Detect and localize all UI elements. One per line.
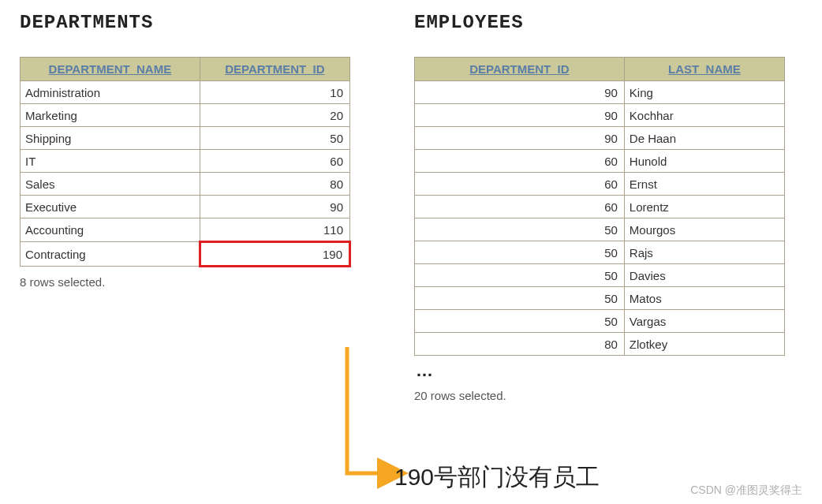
emp-last-name-cell: Matos: [624, 287, 784, 310]
dept-name-cell: Executive: [21, 196, 200, 218]
table-row: Sales80: [21, 173, 350, 196]
departments-footer: 8 rows selected.: [20, 275, 351, 289]
dept-id-cell: 90: [200, 196, 349, 218]
dept-name-cell: Shipping: [21, 127, 200, 150]
watermark: CSDN @准图灵奖得主: [690, 483, 802, 498]
table-row: 50Vargas: [415, 310, 785, 333]
table-row: 50Matos: [415, 287, 785, 310]
annotation-arrow: 190号部门没有员工: [237, 347, 789, 497]
emp-last-name-cell: Vargas: [624, 310, 784, 333]
departments-table: DEPARTMENT_NAME DEPARTMENT_ID Administra…: [20, 57, 351, 267]
emp-dept-id-cell: 50: [415, 241, 625, 264]
employees-column: EMPLOYEES DEPARTMENT_ID LAST_NAME 90King…: [414, 12, 785, 402]
emp-dept-id-cell: 60: [415, 150, 625, 173]
table-row: 90King: [415, 81, 785, 104]
emp-dept-id-cell: 90: [415, 127, 625, 150]
emp-last-name-cell: De Haan: [624, 127, 784, 150]
dept-id-cell: 60: [200, 150, 349, 173]
emp-dept-id-cell: 60: [415, 173, 625, 196]
departments-header-row: DEPARTMENT_NAME DEPARTMENT_ID: [21, 58, 350, 81]
table-row: Contracting190: [21, 242, 350, 267]
dept-name-cell: IT: [21, 150, 200, 173]
table-row: Marketing20: [21, 104, 350, 127]
emp-last-name-cell: Hunold: [624, 150, 784, 173]
table-row: 50Davies: [415, 264, 785, 287]
table-row: 60Lorentz: [415, 196, 785, 218]
emp-dept-id-cell: 50: [415, 310, 625, 333]
dept-id-header: DEPARTMENT_ID: [200, 58, 349, 81]
departments-column: DEPARTMENTS DEPARTMENT_NAME DEPARTMENT_I…: [20, 12, 351, 402]
emp-last-name-cell: King: [624, 81, 784, 104]
employees-title: EMPLOYEES: [414, 12, 785, 33]
employees-header-row: DEPARTMENT_ID LAST_NAME: [415, 58, 785, 81]
table-row: Accounting110: [21, 218, 350, 242]
table-row: 60Hunold: [415, 150, 785, 173]
departments-title: DEPARTMENTS: [20, 12, 351, 33]
emp-dept-id-cell: 90: [415, 104, 625, 127]
emp-last-name-cell: Davies: [624, 264, 784, 287]
emp-dept-id-cell: 50: [415, 287, 625, 310]
emp-dept-id-cell: 60: [415, 196, 625, 218]
emp-dept-id-header: DEPARTMENT_ID: [415, 58, 625, 81]
table-row: Shipping50: [21, 127, 350, 150]
emp-dept-id-cell: 50: [415, 264, 625, 287]
table-row: 50Mourgos: [415, 218, 785, 241]
dept-id-cell: 110: [200, 218, 349, 242]
emp-last-name-cell: Mourgos: [624, 218, 784, 241]
table-row: 90De Haan: [415, 127, 785, 150]
dept-name-cell: Marketing: [21, 104, 200, 127]
table-row: IT60: [21, 150, 350, 173]
layout: DEPARTMENTS DEPARTMENT_NAME DEPARTMENT_I…: [20, 12, 802, 402]
emp-dept-id-cell: 50: [415, 218, 625, 241]
dept-name-cell: Administration: [21, 81, 200, 104]
emp-last-name-cell: Ernst: [624, 173, 784, 196]
emp-dept-id-cell: 90: [415, 81, 625, 104]
table-row: 90Kochhar: [415, 104, 785, 127]
dept-name-cell: Sales: [21, 173, 200, 196]
dept-name-header: DEPARTMENT_NAME: [21, 58, 200, 81]
emp-last-name-cell: Rajs: [624, 241, 784, 264]
emp-last-name-header: LAST_NAME: [624, 58, 784, 81]
dept-id-cell: 50: [200, 127, 349, 150]
emp-last-name-cell: Kochhar: [624, 104, 784, 127]
dept-id-cell: 80: [200, 173, 349, 196]
table-row: Executive90: [21, 196, 350, 218]
dept-id-cell: 10: [200, 81, 349, 104]
table-row: 50Rajs: [415, 241, 785, 264]
dept-id-cell: 190: [200, 242, 349, 267]
annotation-text: 190号部门没有员工: [394, 461, 600, 494]
dept-name-cell: Accounting: [21, 218, 200, 242]
table-row: 60Ernst: [415, 173, 785, 196]
employees-table: DEPARTMENT_ID LAST_NAME 90King90Kochhar9…: [414, 57, 785, 356]
dept-id-cell: 20: [200, 104, 349, 127]
dept-name-cell: Contracting: [21, 242, 200, 267]
emp-last-name-cell: Lorentz: [624, 196, 784, 218]
table-row: Administration10: [21, 81, 350, 104]
